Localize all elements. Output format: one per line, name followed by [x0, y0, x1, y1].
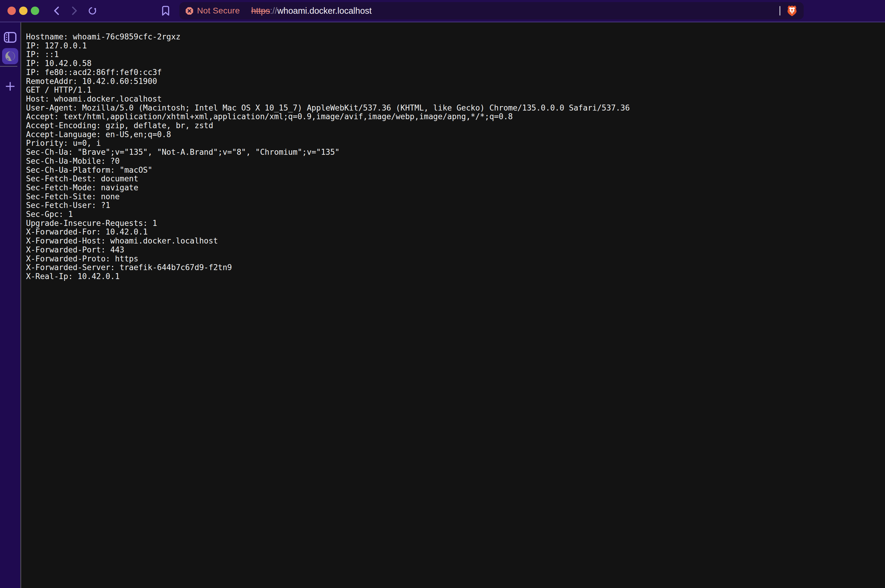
- bookmark-button[interactable]: [161, 5, 170, 16]
- reload-button[interactable]: [88, 5, 96, 16]
- not-secure-icon: [185, 7, 194, 15]
- plus-icon: [5, 82, 15, 91]
- browser-toolbar: Not Secure https://whoami.docker.localho…: [0, 0, 885, 22]
- vertical-tab-sidebar: [0, 22, 20, 588]
- url-text: https://whoami.docker.localhost: [251, 6, 372, 16]
- url-separator: ://: [270, 6, 277, 15]
- page-content: Hostname: whoami-76c9859cfc-2rgxz IP: 12…: [21, 22, 885, 588]
- window-controls: [8, 7, 39, 15]
- close-window-button[interactable]: [8, 7, 16, 15]
- not-secure-label: Not Secure: [197, 6, 240, 15]
- address-bar-right: [780, 5, 798, 17]
- url-host: whoami.docker.localhost: [277, 6, 372, 15]
- sidebar-toggle-button[interactable]: [4, 32, 17, 44]
- whoami-response-text: Hostname: whoami-76c9859cfc-2rgxz IP: 12…: [21, 22, 885, 281]
- minimize-window-button[interactable]: [19, 7, 27, 15]
- zoom-window-button[interactable]: [31, 7, 39, 15]
- chevron-left-icon: [53, 6, 60, 15]
- globe-icon: [5, 51, 15, 62]
- chevron-right-icon: [71, 6, 78, 15]
- url-scheme: https: [251, 6, 270, 15]
- new-tab-button[interactable]: [5, 81, 15, 92]
- sidebar-panel-icon: [4, 32, 17, 43]
- brave-lion-icon: [786, 5, 798, 17]
- browser-window: Not Secure https://whoami.docker.localho…: [0, 0, 885, 588]
- active-tab-tile[interactable]: [2, 48, 18, 64]
- address-bar-divider: [780, 6, 780, 15]
- sidebar-divider: [0, 66, 17, 67]
- window-body: Hostname: whoami-76c9859cfc-2rgxz IP: 12…: [0, 22, 885, 588]
- address-bar[interactable]: Not Secure https://whoami.docker.localho…: [179, 2, 804, 20]
- back-button[interactable]: [52, 5, 61, 16]
- bookmark-icon: [162, 6, 170, 16]
- brave-shields-button[interactable]: [786, 5, 798, 17]
- forward-button[interactable]: [70, 5, 79, 16]
- reload-icon: [88, 6, 96, 16]
